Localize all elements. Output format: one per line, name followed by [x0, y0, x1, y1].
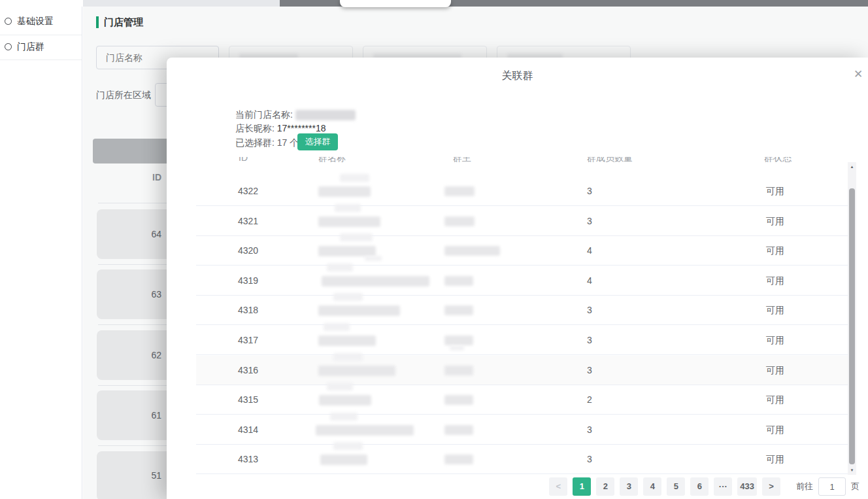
more-pages-icon[interactable]: ···: [714, 477, 732, 496]
title-marker: [96, 16, 99, 28]
page-title: 门店管理: [104, 16, 143, 29]
page-jump-input[interactable]: [818, 477, 846, 496]
region-label: 门店所在区域: [96, 90, 151, 101]
cell-members: 3: [587, 356, 592, 385]
cell-members: 3: [587, 326, 592, 355]
cell-members: 3: [587, 177, 592, 206]
select-group-button[interactable]: 选择群: [297, 133, 338, 150]
redacted-text: [444, 366, 473, 375]
divider: [98, 264, 171, 265]
table-row[interactable]: 4315 2 可用: [196, 385, 850, 415]
scroll-down-icon[interactable]: ▼: [848, 468, 856, 472]
cell-id: 4313: [238, 445, 258, 474]
cell-status: 可用: [766, 445, 784, 474]
cell-status: 可用: [766, 266, 784, 296]
divider: [98, 385, 171, 386]
cell-status: 可用: [766, 415, 784, 445]
redacted-text: [444, 425, 473, 435]
redacted-text: [444, 186, 475, 196]
redacted-text: [444, 395, 473, 405]
redacted-text: [450, 345, 464, 351]
bg-table-id-header: ID: [147, 172, 161, 182]
divider: [98, 445, 171, 446]
selected-groups-label: 已选择群: 17 个: [235, 137, 299, 149]
table-row[interactable]: 4319 4 可用: [196, 266, 850, 296]
redacted-text: [444, 455, 473, 464]
redacted-text: [318, 246, 376, 256]
cell-id: 4316: [238, 356, 258, 385]
cell-id: 4320: [238, 236, 258, 266]
page-button-1[interactable]: 1: [573, 477, 591, 496]
redacted-text: [335, 204, 361, 212]
redacted-text: [318, 336, 376, 346]
redacted-text: [444, 336, 473, 345]
table-row[interactable]: 4317 3 可用: [196, 326, 850, 355]
redacted-text: [444, 246, 500, 256]
cell-members: 4: [587, 236, 592, 266]
cell-status: 可用: [766, 385, 784, 415]
cell-members: 3: [587, 415, 592, 445]
page-button-3[interactable]: 3: [620, 477, 638, 496]
table-row[interactable]: 4313 3 可用: [196, 445, 850, 474]
cell-status: 可用: [766, 207, 784, 236]
table-scrollbar[interactable]: ▲ ▼: [848, 162, 856, 475]
associated-groups-modal: 关联群 ✕ 当前门店名称: 店长昵称: 17********18 已选择群: 1…: [167, 58, 868, 499]
redacted-text: [319, 395, 371, 405]
redacted-text: [318, 186, 371, 197]
redacted-text: [333, 353, 363, 361]
bg-row-id: 61: [147, 410, 161, 421]
cell-status: 可用: [766, 177, 784, 206]
sidebar-item-label: 基础设置: [17, 16, 54, 27]
page-button-5[interactable]: 5: [667, 477, 685, 496]
sidebar-item-store-groups[interactable]: 门店群: [0, 35, 82, 60]
page-button-2[interactable]: 2: [596, 477, 614, 496]
cell-status: 可用: [766, 326, 784, 355]
redacted-text: [316, 425, 414, 436]
cell-status: 可用: [766, 296, 784, 325]
table-row[interactable]: 4320 4 可用: [196, 236, 850, 266]
cell-status: 可用: [766, 236, 784, 266]
table-row[interactable]: 4321 3 可用: [196, 207, 850, 236]
jump-suffix: 页: [851, 481, 860, 492]
cell-members: 3: [587, 296, 592, 325]
scroll-up-icon[interactable]: ▲: [848, 165, 856, 169]
redacted-text: [333, 293, 363, 301]
table-row[interactable]: 4314 3 可用: [196, 415, 850, 445]
redacted-store-name: [295, 110, 356, 120]
cell-id: 4315: [238, 385, 258, 415]
next-page-button[interactable]: >: [762, 477, 780, 496]
cell-members: 4: [587, 266, 592, 296]
cell-id: 4317: [238, 326, 258, 355]
divider: [98, 324, 171, 325]
top-strip-light: [83, 0, 280, 7]
close-icon[interactable]: ✕: [850, 67, 866, 82]
redacted-text: [318, 305, 400, 316]
redacted-text: [318, 216, 380, 227]
prev-page-button[interactable]: <: [549, 477, 567, 496]
sidebar-item-basic-settings[interactable]: 基础设置: [0, 10, 82, 35]
manager-label: 店长昵称:: [235, 123, 275, 133]
table-row[interactable]: 4322 3 可用: [196, 177, 850, 206]
cell-id: 4318: [238, 296, 258, 325]
table-header-row: ID 群名称 群主 群成员数量 群状态: [196, 157, 850, 165]
redacted-text: [318, 366, 395, 376]
redacted-text: [327, 383, 353, 390]
redacted-text: [327, 264, 353, 271]
redacted-text: [322, 276, 429, 286]
col-header-id: ID: [239, 157, 248, 163]
table-row[interactable]: 4318 3 可用: [196, 296, 850, 325]
redacted-text: [320, 455, 367, 465]
page-button-6[interactable]: 6: [690, 477, 709, 496]
modal-title: 关联群: [167, 69, 868, 83]
table-row[interactable]: 4316 3 可用: [196, 356, 850, 385]
redacted-text: [340, 233, 373, 241]
col-header-owner: 群主: [453, 157, 471, 164]
cell-id: 4322: [238, 177, 258, 206]
page-button-4[interactable]: 4: [643, 477, 661, 496]
redacted-text: [330, 413, 358, 421]
manager-value: 17********18: [277, 123, 326, 133]
page-button-433[interactable]: 433: [737, 477, 757, 496]
scrollbar-thumb[interactable]: [849, 188, 855, 464]
cell-members: 3: [587, 445, 592, 474]
radio-circle-icon: [5, 43, 12, 50]
